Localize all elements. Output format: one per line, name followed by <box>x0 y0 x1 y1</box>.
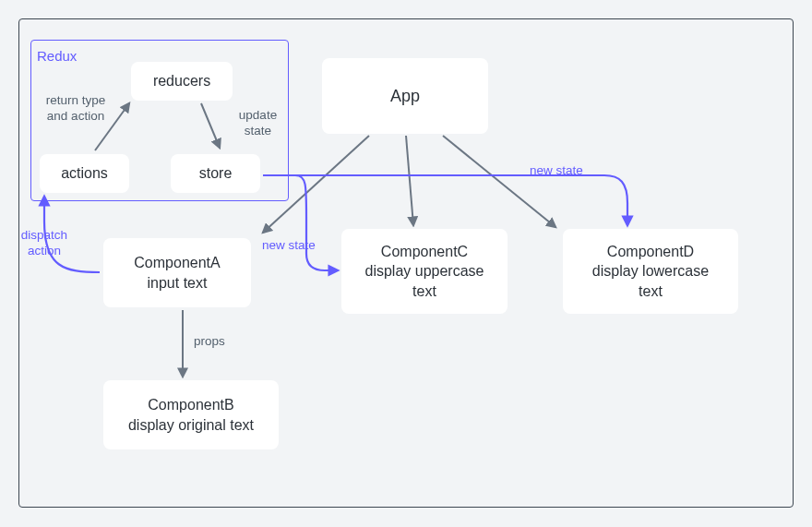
node-reducers: reducers <box>131 62 233 101</box>
node-actions-text: actions <box>61 163 108 184</box>
node-store-text: store <box>199 163 233 184</box>
node-app-text: App <box>390 85 420 107</box>
node-component-a-text: ComponentA input text <box>134 253 220 293</box>
node-component-c-text: ComponentC display uppercase text <box>365 242 484 302</box>
label-new-state-2: new state <box>530 163 583 179</box>
node-component-d-text: ComponentD display lowercase text <box>592 242 709 302</box>
node-component-d: ComponentD display lowercase text <box>563 229 738 314</box>
node-actions: actions <box>40 154 129 193</box>
label-props: props <box>194 334 225 350</box>
node-store: store <box>171 154 260 193</box>
node-component-b: ComponentB display original text <box>103 380 279 449</box>
label-new-state-1: new state <box>262 238 316 254</box>
redux-label: Redux <box>37 48 77 64</box>
label-dispatch-action: dispatch action <box>17 228 72 259</box>
node-component-a: ComponentA input text <box>103 238 251 307</box>
label-return-type-action: return type and action <box>39 93 113 125</box>
node-app: App <box>322 58 488 134</box>
label-update-state: update state <box>233 108 283 139</box>
node-component-b-text: ComponentB display original text <box>128 395 254 435</box>
node-component-c: ComponentC display uppercase text <box>341 229 508 314</box>
node-reducers-text: reducers <box>153 71 210 91</box>
